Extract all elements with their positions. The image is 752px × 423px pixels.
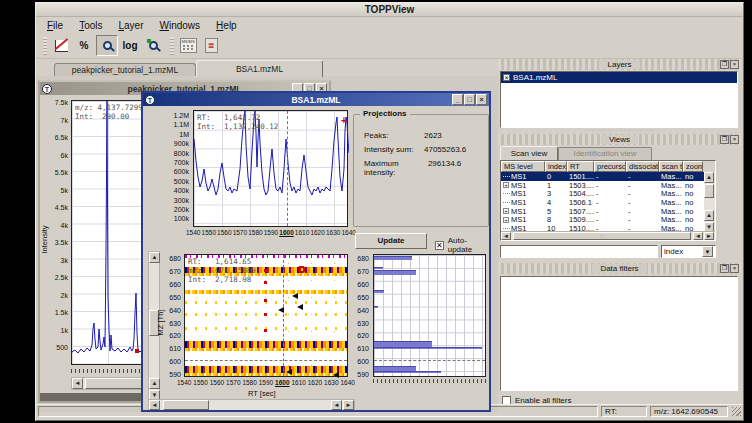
minimize-icon[interactable]: _	[452, 94, 463, 105]
scroll-left-icon[interactable]: ◄	[501, 232, 511, 240]
axis-tick: 1570	[233, 229, 247, 236]
rt-projection-y-axis: 1.2M1.1M1M900k800k700k600k500k400k300k20…	[161, 108, 191, 228]
crosshair-hline	[185, 360, 347, 361]
menu-layer[interactable]: Layer	[110, 19, 151, 32]
scroll-up-icon[interactable]: ▲	[149, 252, 160, 263]
column-header[interactable]: dissociation	[626, 161, 659, 172]
cell-ms-level: MS1	[501, 189, 545, 198]
layers-panel-titlebar[interactable]: Layers ❐ ×	[498, 59, 741, 70]
table-row[interactable]: +MS111503....--Mas...no	[501, 181, 715, 190]
float-panel-icon[interactable]: ❐	[720, 264, 729, 273]
axis-tick: 800k	[174, 149, 189, 156]
menu-tools[interactable]: Tools	[71, 19, 110, 32]
heatmap-x-axis: 1540155015601570158015901600161016201630…	[177, 379, 355, 386]
column-header[interactable]: RT	[567, 161, 594, 172]
scroll-up-icon[interactable]: ▲	[149, 378, 160, 389]
axis-tick: 1610	[291, 379, 305, 386]
text-glyph: log	[123, 40, 138, 51]
table-h-scrollbar[interactable]: ◄ :::: ◄ ►	[501, 231, 716, 240]
column-header[interactable]: precursor	[594, 161, 626, 172]
menu-file[interactable]: File	[39, 19, 71, 32]
percentage-intensity-icon[interactable]: %	[73, 35, 95, 56]
float-panel-icon[interactable]: ❐	[720, 135, 729, 144]
cell-scan-type: Mas...	[659, 189, 683, 198]
column-header[interactable]: index	[545, 161, 567, 172]
table-row[interactable]: +MS181509....--Mas...no	[501, 215, 715, 224]
close-panel-icon[interactable]: ×	[730, 60, 739, 69]
scroll-thumb[interactable]	[704, 184, 714, 198]
chevron-down-icon[interactable]: ▼	[702, 246, 713, 257]
app-titlebar[interactable]: TOPPView	[36, 3, 743, 17]
toolbar-handle[interactable]	[43, 37, 47, 55]
feature-arrow-marker	[330, 372, 339, 378]
toolbar-handle[interactable]	[170, 37, 174, 55]
linear-intensity-icon[interactable]	[50, 35, 72, 56]
layer-item[interactable]: ✕BSA1.mzML	[501, 72, 737, 83]
table-row[interactable]: +MS151507....--Mas...no	[501, 207, 715, 216]
tab-scan-view[interactable]: Scan view	[500, 146, 558, 160]
msms-view-icon[interactable]: MS/MS	[177, 35, 199, 56]
float-panel-icon[interactable]: ❐	[720, 60, 729, 69]
mz-projection-plot[interactable]	[373, 254, 486, 377]
rt-projection-plot[interactable]: RT: 1,642.72 Int: 1,137,240.12 +	[193, 110, 348, 227]
scroll-up-icon[interactable]: ▲	[704, 210, 714, 221]
update-button[interactable]: Update	[355, 233, 427, 249]
scroll-right-icon[interactable]: ►	[704, 232, 714, 240]
column-header[interactable]: zoom	[683, 161, 703, 172]
scroll-left-icon[interactable]: ◄	[149, 400, 160, 410]
tree-expand-icon[interactable]: +	[503, 208, 509, 214]
cell-rt: 1506.1	[567, 198, 594, 207]
edit-metadata-icon[interactable]: ≣	[200, 35, 222, 56]
auto-update-checkbox[interactable]: ✕ Auto-update	[435, 236, 489, 254]
scroll-left-icon[interactable]: ◄	[331, 400, 342, 410]
log-intensity-icon[interactable]: log	[119, 35, 141, 56]
table-row[interactable]: MS141506.1--Mas...no	[501, 198, 715, 207]
views-panel-titlebar[interactable]: Views ❐ ×	[498, 134, 741, 145]
toppview-logo-icon: T	[42, 84, 52, 94]
cell-dissociation: -	[626, 207, 659, 216]
scroll-left-icon[interactable]: ◄	[693, 232, 703, 240]
resize-grip[interactable]	[732, 407, 741, 416]
bsa-window-titlebar[interactable]: T BSA1.mzML _ □ ×	[143, 93, 489, 106]
checkbox-checked-icon[interactable]: ✕	[503, 74, 510, 81]
column-header[interactable]: MS level	[501, 161, 545, 172]
zoom-mode-icon[interactable]	[96, 35, 118, 56]
data-filters-panel-titlebar[interactable]: Data filters ❐ ×	[498, 263, 741, 274]
scroll-thumb[interactable]	[163, 400, 209, 410]
mz-projection-bar	[374, 267, 383, 269]
layers-list[interactable]: ✕BSA1.mzML	[500, 71, 738, 128]
rt-h-scrollbar[interactable]: ◄ ◄ ►	[148, 399, 355, 410]
close-panel-icon[interactable]: ×	[730, 135, 739, 144]
maximize-icon[interactable]: □	[464, 94, 475, 105]
mz-projection-bar	[374, 306, 378, 308]
table-row[interactable]: MS101501....--Mas...no	[501, 172, 715, 181]
column-header[interactable]: scan type	[659, 161, 683, 172]
scroll-thumb[interactable]	[85, 378, 145, 389]
scroll-right-icon[interactable]: ►	[343, 400, 354, 410]
axis-tick: 670	[169, 267, 181, 274]
close-panel-icon[interactable]: ×	[730, 264, 739, 273]
tab-bsa1[interactable]: BSA1.mzML	[196, 60, 323, 77]
menu-help[interactable]: Help	[208, 19, 245, 32]
scroll-left-icon[interactable]: ◄	[72, 378, 83, 389]
dock-splitter[interactable]: ···························	[498, 129, 741, 133]
scan-search-input[interactable]	[500, 245, 658, 258]
menu-windows[interactable]: Windows	[152, 19, 209, 32]
scan-table-header[interactable]: MS levelindexRTprecursordissociationscan…	[501, 161, 715, 172]
tab-peakpicker[interactable]: peakpicker_tutorial_1.mzML	[54, 63, 196, 77]
data-filters-list[interactable]	[500, 276, 738, 391]
tree-expand-icon[interactable]: +	[503, 182, 509, 188]
measure-mode-icon[interactable]	[142, 35, 164, 56]
search-column-combo[interactable]: index ▼	[661, 245, 716, 258]
axis-tick: 1600	[275, 379, 289, 386]
table-row[interactable]: MS131504....--Mas...no	[501, 189, 715, 198]
tree-expand-icon[interactable]: +	[503, 217, 509, 223]
close-icon[interactable]: ×	[476, 94, 487, 105]
scroll-thumb[interactable]: ::::	[513, 232, 691, 240]
scroll-up-icon[interactable]: ▲	[704, 172, 714, 183]
axis-tick: 600	[357, 358, 369, 365]
heatmap-plot[interactable]: RT: 1,614.65 m/z: 671.15089 Int: 2,718.9…	[184, 254, 348, 377]
tab-identification-view[interactable]: Identification view	[558, 147, 652, 160]
toolbar: %log MS/MS≣	[36, 33, 743, 59]
table-v-scrollbar[interactable]: ▲ ▲ ▼	[704, 172, 715, 233]
